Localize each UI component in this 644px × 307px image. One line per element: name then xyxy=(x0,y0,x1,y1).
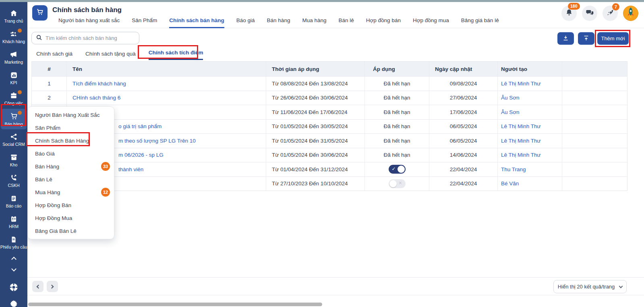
tab-hop-dong-mua[interactable]: Hợp đồng mua xyxy=(413,17,449,28)
policy-name-link[interactable]: CHính sách tháng 6 xyxy=(72,95,120,101)
sidebar-item-ban-hang[interactable]: Bán hàng xyxy=(1,109,27,129)
table-row: 1 Tích điểm khách hàng Từ 08/08/2024 Đến… xyxy=(32,76,627,91)
add-new-button[interactable]: Thêm mới xyxy=(597,32,629,45)
creator-link[interactable]: Âu Sơn xyxy=(501,109,520,115)
menu-item-ban-hang[interactable]: Bán Hàng33 xyxy=(28,160,114,173)
main-content: Chính sách bán hàng Người bán hàng xuất … xyxy=(27,2,644,307)
actions-cell xyxy=(562,177,627,191)
table-footer: Hiển thị 20 kết quả/trang xyxy=(27,277,644,295)
whats-new-button[interactable]: 7 xyxy=(603,6,618,21)
sidebar-scroll-down-button[interactable] xyxy=(1,264,27,275)
tab-mua-hang[interactable]: Mua hàng xyxy=(302,17,326,28)
help-button[interactable] xyxy=(1,280,27,296)
page-size-select[interactable]: Hiển thị 20 kết quả/trang xyxy=(553,280,627,293)
menu-item-ban-le[interactable]: Bán Lẻ xyxy=(28,173,114,186)
menu-item-bang-gia-ban-le[interactable]: Bảng Giá Bán Lẻ xyxy=(28,224,114,237)
policy-name-link[interactable]: m 06/2026 - sp LG xyxy=(118,152,164,158)
sidebar-item-kho[interactable]: Kho xyxy=(1,150,27,170)
creator-link[interactable]: Lê Thị Minh Thư xyxy=(501,152,541,158)
subtab-chinh-sach-tang-qua[interactable]: Chính sách tặng quà xyxy=(85,51,136,60)
period-cell: Từ 01/05/2024 Đến 31/05/2024 xyxy=(266,134,365,148)
sidebar-item-label: Kho xyxy=(10,162,18,167)
subtab-chinh-sach-gia[interactable]: Chính sách giá xyxy=(36,51,72,60)
user-avatar[interactable] xyxy=(623,6,638,21)
horizontal-scrollbar-thumb[interactable] xyxy=(28,303,322,306)
tab-san-pham[interactable]: Sản Phẩm xyxy=(132,17,157,28)
status-toggle-on[interactable] xyxy=(389,165,406,174)
period-cell: Từ 01/05/2024 Đến 30/06/2024 xyxy=(266,148,365,162)
menu-item-hop-dong-ban[interactable]: Hợp Đồng Bán xyxy=(28,199,114,212)
creator-link[interactable]: Lê Thị Minh Thư xyxy=(501,81,541,87)
menu-item-bao-gia[interactable]: Báo Giá xyxy=(28,147,114,160)
period-cell: Từ 27/10/2023 Đến 10/10/2024 xyxy=(266,177,365,191)
creator-link[interactable]: Âu Sơn xyxy=(501,95,520,101)
sidebar-item-hrm[interactable]: HRM xyxy=(1,212,27,232)
sidebar-item-bao-cao[interactable]: Báo cáo xyxy=(1,191,27,212)
status-cell: Đã hết hạn xyxy=(365,148,429,162)
tab-ban-hang[interactable]: Bán hàng xyxy=(267,17,290,28)
sidebar-scroll-up-button[interactable] xyxy=(1,253,27,264)
sidebar-item-social-crm[interactable]: Social CRM xyxy=(1,129,27,150)
menu-item-chinh-sach-ban-hang[interactable]: Chính Sách Bán Hàng xyxy=(28,134,114,147)
notification-count-badge: 180 xyxy=(568,3,580,10)
upload-icon xyxy=(583,35,590,43)
tab-chinh-sach-ban-hang[interactable]: Chính sách bán hàng xyxy=(169,17,224,28)
creator-link[interactable]: Lê Thị Minh Thư xyxy=(501,123,541,129)
tab-bao-gia[interactable]: Báo giá xyxy=(236,17,255,28)
sidebar-item-trang-chu[interactable]: Trang chủ xyxy=(1,6,27,27)
period-cell: Từ 11/06/2024 Đến 17/06/2024 xyxy=(266,105,365,119)
policy-name-link[interactable]: thành viên xyxy=(118,166,143,172)
tab-bang-gia-ban-le[interactable]: Bảng giá bán lẻ xyxy=(461,17,499,28)
chevron-left-icon xyxy=(37,284,41,288)
policy-name-link[interactable]: m theo số lượng SP LG Trên 10 xyxy=(118,138,196,144)
rocket-icon xyxy=(606,8,614,18)
toggle-knob xyxy=(389,180,397,187)
menu-item-label: Báo Giá xyxy=(35,151,55,157)
download-button[interactable] xyxy=(557,32,574,45)
creator-link[interactable]: Lê Thị Minh Thư xyxy=(501,138,541,144)
menu-item-label: Hợp Đồng Mua xyxy=(35,215,72,221)
row-index: 2 xyxy=(32,91,67,105)
settings-button[interactable] xyxy=(1,299,27,307)
prev-page-button[interactable] xyxy=(32,281,43,292)
sidebar-item-label: HRM xyxy=(9,224,19,229)
chat-button[interactable] xyxy=(582,6,597,21)
search-input[interactable] xyxy=(46,35,130,41)
menu-item-nguoi-ban-hang-xuat-sac[interactable]: Người Bán Hàng Xuất Sắc xyxy=(28,108,114,121)
col-updated: Ngày cập nhật xyxy=(429,62,498,76)
sidebar-item-label: Công việc xyxy=(4,101,23,106)
tab-nguoi-ban-hang-xuat-sac[interactable]: Người bán hàng xuất sắc xyxy=(58,17,120,28)
creator-link[interactable]: Thu Trang xyxy=(501,166,526,172)
creator-link[interactable]: Bé Văn xyxy=(501,180,519,187)
sidebar-item-kpi[interactable]: KPI xyxy=(1,68,27,88)
menu-item-label: Mua Hàng xyxy=(35,189,60,195)
updated-cell: 14/06/2024 xyxy=(429,148,498,162)
avatar-rocket-illustration xyxy=(625,6,637,20)
col-index: # xyxy=(32,62,67,76)
menu-item-hop-dong-mua[interactable]: Hợp Đồng Mua xyxy=(28,212,114,224)
tab-ban-le[interactable]: Bán lẻ xyxy=(338,17,354,28)
menu-item-label: Sản Phẩm xyxy=(35,125,60,131)
actions-cell xyxy=(562,91,627,105)
status-toggle-off[interactable] xyxy=(389,179,406,188)
next-page-button[interactable] xyxy=(47,281,58,292)
module-cart-button[interactable] xyxy=(32,5,48,21)
policy-name-link[interactable]: Tích điểm khách hàng xyxy=(72,81,126,87)
sidebar-item-cskh[interactable]: CSKH xyxy=(1,170,27,191)
tab-hop-dong-ban[interactable]: Hợp đồng bán xyxy=(366,17,401,28)
notifications-button[interactable]: 180 xyxy=(561,6,577,21)
upload-button[interactable] xyxy=(578,32,594,45)
sidebar-item-cong-viec[interactable]: Công việc xyxy=(1,88,27,109)
sidebar-item-phieu-yeu-cau[interactable]: Phiếu yêu cầu xyxy=(1,232,27,253)
ban-hang-submenu: Người Bán Hàng Xuất Sắc Sản Phẩm Chính S… xyxy=(27,106,114,239)
policy-name-link[interactable]: o giá trị sản phẩm xyxy=(118,123,162,129)
table-row: Từ 11/06/2024 Đến 17/06/2024 Đã hết hạn … xyxy=(32,105,627,119)
status-cell: Đã hết hạn xyxy=(365,120,429,134)
users-icon xyxy=(9,30,18,38)
subtab-chinh-sach-tich-diem[interactable]: Chính sách tích điểm xyxy=(149,50,203,60)
menu-item-mua-hang[interactable]: Mua Hàng12 xyxy=(28,186,114,199)
sidebar-item-khach-hang[interactable]: Khách hàng xyxy=(1,27,27,47)
menu-item-san-pham[interactable]: Sản Phẩm xyxy=(28,121,114,134)
warehouse-box-icon xyxy=(10,154,18,161)
sidebar-item-marketing[interactable]: Marketing xyxy=(1,47,27,68)
